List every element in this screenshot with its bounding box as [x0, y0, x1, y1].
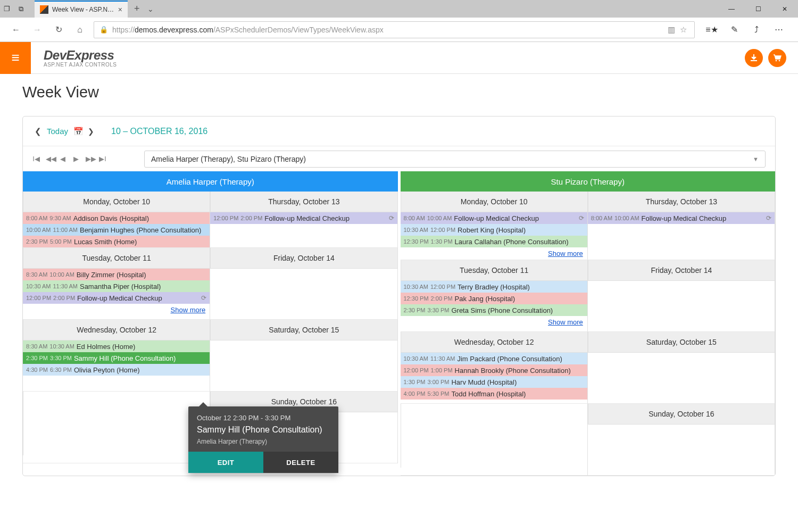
day-header[interactable]: Friday, October 14 [210, 248, 397, 269]
appointment[interactable]: 10:30 AM11:30 AM Jim Packard (Phone Cons… [401, 353, 587, 364]
day-header[interactable]: Tuesday, October 11 [23, 248, 210, 269]
day-header[interactable]: Thursday, October 13 [588, 192, 775, 212]
more-icon[interactable]: ⋯ [770, 21, 787, 38]
notes-icon[interactable]: ✎ [726, 21, 743, 38]
appointment[interactable]: 2:30 PM3:30 PM Greta Sims (Phone Consult… [401, 304, 587, 316]
appointment[interactable]: 4:30 PM6:30 PM Olivia Peyton (Home) [23, 364, 210, 376]
appt-end-time: 6:30 PM [50, 367, 72, 373]
hamburger-icon: ≡ [11, 49, 19, 66]
share-icon[interactable]: ⤴ [748, 21, 765, 38]
day-header[interactable]: Thursday, October 13 [210, 192, 397, 212]
download-button[interactable] [745, 49, 763, 67]
day-cell[interactable]: Sunday, October 16 [588, 404, 775, 476]
resource-prev-page-button[interactable]: ◀◀ [46, 155, 53, 163]
day-header[interactable]: Wednesday, October 12 [23, 320, 210, 340]
day-cell[interactable]: Wednesday, October 1210:30 AM11:30 AM Ji… [401, 332, 588, 404]
appt-title: Robert King (Hospital) [458, 226, 526, 234]
appt-title: Laura Callahan (Phone Consultation) [455, 238, 569, 246]
reading-view-icon[interactable]: ▥ [666, 25, 677, 35]
tooltip-subtitle: Amelia Harper (Therapy) [197, 438, 330, 445]
copy-icon[interactable]: ⧉ [14, 0, 28, 18]
day-header[interactable]: Friday, October 14 [588, 260, 775, 281]
appointment[interactable]: 1:30 PM3:00 PM Harv Mudd (Hospital) [401, 376, 587, 388]
back-button[interactable]: ← [5, 19, 27, 40]
day-header[interactable]: Saturday, October 15 [588, 332, 775, 353]
day-cell[interactable]: Monday, October 108:00 AM9:30 AM Addison… [23, 192, 210, 248]
favorite-icon[interactable]: ☆ [677, 25, 689, 35]
appointment[interactable]: 8:30 AM10:30 AM Ed Holmes (Home) [23, 340, 210, 352]
edit-button[interactable]: EDIT [188, 452, 263, 473]
browser-tab[interactable]: Week View - ASP.NET A × [35, 1, 128, 18]
new-tab-button[interactable]: + [134, 3, 140, 14]
day-header[interactable]: Tuesday, October 11 [401, 260, 587, 281]
appointment[interactable]: 2:30 PM3:30 PM Sammy Hill (Phone Consult… [23, 352, 210, 364]
day-cell[interactable]: Thursday, October 138:00 AM10:00 AM Foll… [588, 192, 775, 260]
day-cell[interactable]: Tuesday, October 118:30 AM10:00 AM Billy… [23, 248, 210, 320]
day-cell[interactable]: Friday, October 14 [588, 260, 775, 332]
day-header[interactable]: Sunday, October 16 [588, 404, 775, 425]
show-more-link[interactable]: Show more [548, 250, 583, 257]
show-more-link[interactable]: Show more [548, 318, 583, 326]
appt-start-time: 8:30 AM [26, 271, 47, 278]
calendar-icon[interactable]: 📅 [73, 127, 84, 136]
today-button[interactable]: Today [47, 127, 68, 136]
resource-navigator: I◀ ◀◀ ◀ ▶ ▶▶ ▶I Amelia Harper (Therapy),… [23, 146, 775, 171]
tab-chevron-icon[interactable]: ⌄ [147, 5, 154, 13]
day-cell[interactable]: Saturday, October 15 [210, 320, 397, 392]
appointment[interactable]: 12:30 PM2:00 PM Pak Jang (Hospital) [401, 293, 587, 304]
day-cell[interactable]: Monday, October 108:00 AM10:00 AM Follow… [401, 192, 588, 260]
sidebar-toggle-icon[interactable]: ❐ [0, 0, 14, 18]
appointment[interactable]: 8:00 AM10:00 AM Follow-up Medical Checku… [588, 212, 775, 224]
show-more-link[interactable]: Show more [171, 306, 206, 314]
appt-title: Ed Holmes (Home) [77, 343, 136, 351]
appointment[interactable]: 2:30 PM5:00 PM Lucas Smith (Home) [23, 236, 210, 247]
appointment[interactable]: 12:00 PM2:00 PM Follow-up Medical Checku… [210, 212, 397, 224]
delete-button[interactable]: DELETE [263, 452, 338, 473]
prev-week-button[interactable]: ❮ [35, 127, 41, 136]
url-input[interactable]: 🔒 https://demos.devexpress.com/ASPxSched… [94, 21, 695, 38]
appointment[interactable]: 10:30 AM11:30 AM Samantha Piper (Hospita… [23, 280, 210, 292]
refresh-button[interactable]: ↻ [48, 19, 69, 40]
day-header[interactable]: Monday, October 10 [23, 192, 210, 212]
resource-next-button[interactable]: ▶ [72, 155, 80, 163]
appointment[interactable]: 12:30 PM1:30 PM Laura Callahan (Phone Co… [401, 236, 587, 247]
appointment[interactable]: 10:30 AM12:00 PM Robert King (Hospital) [401, 224, 587, 236]
appt-end-time: 3:00 PM [427, 379, 449, 385]
appt-title: Sammy Hill (Phone Consultation) [74, 354, 176, 362]
close-tab-icon[interactable]: × [118, 5, 122, 14]
home-button[interactable]: ⌂ [69, 19, 90, 40]
appt-start-time: 4:00 PM [404, 390, 426, 397]
day-header[interactable]: Saturday, October 15 [210, 320, 397, 340]
day-cell[interactable]: Tuesday, October 1110:30 AM12:00 PM Terr… [401, 260, 588, 332]
close-window-button[interactable]: ✕ [771, 0, 798, 18]
appointment[interactable]: 10:00 AM11:00 AM Benjamin Hughes (Phone … [23, 224, 210, 236]
resource-select[interactable]: Amelia Harper (Therapy), Stu Pizaro (The… [144, 151, 766, 168]
menu-button[interactable]: ≡ [0, 42, 31, 74]
minimize-button[interactable]: — [718, 0, 745, 18]
appointment[interactable]: 12:00 PM1:00 PM Hannah Brookly (Phone Co… [401, 364, 587, 376]
day-cell[interactable]: Friday, October 14 [210, 248, 397, 320]
day-cell[interactable]: Thursday, October 1312:00 PM2:00 PM Foll… [210, 192, 397, 248]
appointment[interactable]: 4:00 PM5:30 PM Todd Hoffman (Hospital) [401, 388, 587, 400]
forward-button[interactable]: → [27, 19, 48, 40]
appointment[interactable]: 10:30 AM12:00 PM Terry Bradley (Hospital… [401, 281, 587, 293]
appointment[interactable]: 12:00 PM2:00 PM Follow-up Medical Checku… [23, 292, 210, 304]
appt-start-time: 12:00 PM [404, 367, 429, 373]
resource-last-button[interactable]: ▶I [99, 155, 106, 163]
next-week-button[interactable]: ❯ [88, 127, 94, 136]
brand-subtitle: ASP.NET AJAX CONTROLS [44, 62, 117, 68]
resource-prev-button[interactable]: ◀ [59, 155, 66, 163]
cart-button[interactable] [768, 49, 786, 67]
appointment[interactable]: 8:00 AM10:00 AM Follow-up Medical Checku… [401, 212, 587, 224]
resource-first-button[interactable]: I◀ [32, 155, 40, 163]
resource-next-page-button[interactable]: ▶▶ [86, 155, 93, 163]
appointment[interactable]: 8:30 AM10:00 AM Billy Zimmer (Hospital) [23, 269, 210, 280]
appt-title: Pak Jang (Hospital) [455, 295, 515, 303]
day-header[interactable]: Monday, October 10 [401, 192, 587, 212]
day-cell[interactable]: Wednesday, October 128:30 AM10:30 AM Ed … [23, 320, 210, 392]
day-header[interactable]: Wednesday, October 12 [401, 332, 587, 353]
maximize-button[interactable]: ☐ [745, 0, 771, 18]
day-cell[interactable]: Saturday, October 15 [588, 332, 775, 404]
favorites-list-icon[interactable]: ≡★ [703, 21, 720, 38]
appointment[interactable]: 8:00 AM9:30 AM Addison Davis (Hospital) [23, 212, 210, 224]
